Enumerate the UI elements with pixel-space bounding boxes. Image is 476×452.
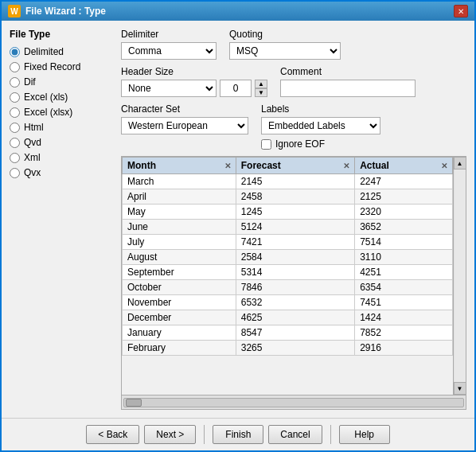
radio-delimited-label: Delimited [24,46,64,57]
main-window: W File Wizard : Type ✕ File Type Delimit… [0,0,476,452]
cell-month: March [123,174,236,189]
table-row: July74217514 [123,235,453,250]
col-actual-close[interactable]: ✕ [441,162,447,170]
cell-actual: 3110 [355,250,453,265]
cell-month: February [123,341,236,356]
scroll-track[interactable] [455,170,466,382]
spinner-buttons: ▲ ▼ [255,80,267,97]
ignore-eof-row: Ignore EOF [261,138,380,150]
col-forecast: Forecast ✕ [236,158,354,174]
table-row: April24582125 [123,189,453,205]
h-scroll-thumb[interactable] [126,399,142,407]
charset-group: Character Set Western European UTF-8 ASC… [121,103,248,134]
headersize-spinner-input[interactable] [220,80,252,97]
radio-qvx-label: Qvx [24,167,41,178]
spinner-down[interactable]: ▼ [255,88,267,97]
ignore-eof-label: Ignore EOF [275,138,325,150]
charset-label: Character Set [121,103,248,115]
cell-actual: 7852 [355,325,453,341]
col-month-close[interactable]: ✕ [224,162,231,170]
labels-select[interactable]: Embedded Labels No Labels Explicit Label… [261,117,380,134]
comment-label: Comment [280,66,416,77]
cell-forecast: 8547 [236,325,354,341]
cell-forecast: 2145 [236,174,354,189]
delimiter-select[interactable]: Comma Semicolon Tab Pipe [121,42,217,60]
comment-input[interactable] [280,80,416,97]
cell-forecast: 3265 [236,341,354,356]
table-row: August25843110 [123,250,453,265]
file-type-panel: File Type Delimited Fixed Record Dif Exc… [10,29,113,410]
cell-forecast: 7846 [236,280,354,295]
cell-forecast: 1245 [236,205,354,220]
cell-forecast: 6532 [236,295,354,310]
cell-forecast: 2458 [236,189,354,205]
table-row: May12452320 [123,205,453,220]
next-button[interactable]: Next > [144,425,196,444]
ignore-eof-checkbox[interactable] [261,139,271,150]
cancel-button[interactable]: Cancel [268,425,322,444]
radio-delimited[interactable]: Delimited [10,46,113,57]
radio-qvd[interactable]: Qvd [10,137,113,148]
h-scroll-track[interactable] [123,398,464,407]
col-forecast-close[interactable]: ✕ [343,162,349,170]
window-icon: W [8,5,21,18]
table-with-vscroll: Month ✕ Forecast ✕ [122,157,466,395]
radio-excel-xls[interactable]: Excel (xls) [10,92,113,103]
radio-qvd-label: Qvd [24,137,41,148]
col-month: Month ✕ [123,158,236,174]
delimiter-group: Delimiter Comma Semicolon Tab Pipe [121,29,217,60]
cell-month: April [123,189,236,205]
radio-dif[interactable]: Dif [10,76,113,88]
cell-month: December [123,310,236,325]
horizontal-scrollbar[interactable] [122,395,466,409]
table-row: June51243652 [123,220,453,235]
right-panel: Delimiter Comma Semicolon Tab Pipe Quoti… [121,29,466,410]
radio-xml-label: Xml [24,152,41,163]
cell-actual: 7514 [355,235,453,250]
back-button[interactable]: < Back [86,425,139,444]
cell-actual: 3652 [355,220,453,235]
quoting-group: Quoting MSQ None Standard [229,29,341,60]
cell-forecast: 5124 [236,220,354,235]
window-title: File Wizard : Type [25,6,449,17]
radio-html[interactable]: Html [10,122,113,133]
close-button[interactable]: ✕ [454,5,468,18]
cell-actual: 2125 [355,189,453,205]
radio-excel-xlsx[interactable]: Excel (xlsx) [10,107,113,118]
table-row: December46251424 [123,310,453,325]
help-button[interactable]: Help [339,425,390,444]
table-row: January85477852 [123,325,453,341]
cell-month: June [123,220,236,235]
labels-label: Labels [261,103,380,115]
quoting-select[interactable]: MSQ None Standard [229,42,341,60]
scroll-down-btn[interactable]: ▼ [454,382,466,395]
quoting-label: Quoting [229,29,341,40]
vertical-scrollbar[interactable]: ▲ ▼ [453,157,466,395]
radio-fixed-record[interactable]: Fixed Record [10,61,113,72]
row-charset-labels: Character Set Western European UTF-8 ASC… [121,103,466,150]
cell-month: September [123,265,236,280]
headersize-group: Header Size None 1 2 3 ▲ ▼ [121,66,267,97]
cell-forecast: 2584 [236,250,354,265]
table-row: November65327451 [123,295,453,310]
radio-excel-xls-label: Excel (xls) [24,92,68,103]
scroll-up-btn[interactable]: ▲ [454,157,466,170]
data-table-container: Month ✕ Forecast ✕ [121,156,466,410]
row-delimiter-quoting: Delimiter Comma Semicolon Tab Pipe Quoti… [121,29,466,60]
comment-group: Comment [280,66,416,97]
col-actual: Actual ✕ [355,158,453,174]
radio-qvx[interactable]: Qvx [10,167,113,178]
cell-forecast: 4625 [236,310,354,325]
radio-xml[interactable]: Xml [10,152,113,163]
cell-forecast: 7421 [236,235,354,250]
cell-actual: 4251 [355,265,453,280]
finish-button[interactable]: Finish [213,425,263,444]
headersize-select[interactable]: None 1 2 3 [121,80,217,97]
cell-actual: 7451 [355,295,453,310]
charset-select[interactable]: Western European UTF-8 ASCII [121,117,248,134]
cell-month: October [123,280,236,295]
spinner-up[interactable]: ▲ [255,80,267,88]
table-row: February32652916 [123,341,453,356]
cell-month: August [123,250,236,265]
data-table-scroll[interactable]: Month ✕ Forecast ✕ [122,157,453,395]
